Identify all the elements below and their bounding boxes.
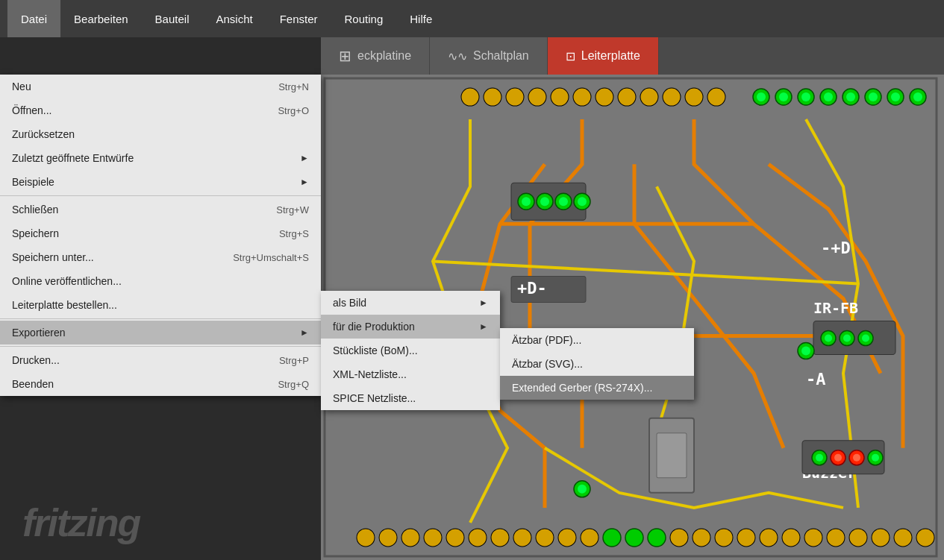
svg-point-65 bbox=[853, 454, 860, 462]
svg-point-75 bbox=[469, 529, 487, 547]
steckplatine-icon: ⊞ bbox=[339, 47, 351, 65]
svg-point-3 bbox=[484, 88, 501, 106]
svg-point-25 bbox=[869, 92, 878, 101]
submenu-arrow-zuletzt: ► bbox=[300, 153, 309, 163]
menu-hilfe[interactable]: Hilfe bbox=[396, 0, 446, 37]
svg-point-41 bbox=[578, 197, 587, 206]
svg-point-39 bbox=[559, 197, 568, 206]
divider-3 bbox=[0, 346, 321, 347]
gerber-submenu: Ätzbar (PDF)... Ätzbar (SVG)... Extended… bbox=[500, 328, 694, 400]
svg-point-19 bbox=[801, 92, 810, 101]
svg-point-37 bbox=[540, 197, 549, 206]
svg-point-7 bbox=[573, 88, 591, 106]
fritzing-logo: fritzing bbox=[22, 500, 140, 545]
menu-datei[interactable]: Datei bbox=[7, 0, 60, 37]
divider-2 bbox=[0, 318, 321, 319]
svg-point-93 bbox=[872, 529, 890, 547]
svg-rect-57 bbox=[657, 433, 687, 478]
menu-item-zuruecksetzen[interactable]: Zurücksetzen bbox=[0, 122, 321, 146]
gerber-aetzbar-pdf[interactable]: Ätzbar (PDF)... bbox=[500, 328, 694, 352]
tab-steckplatine[interactable]: ⊞ eckplatine bbox=[321, 37, 430, 75]
menu-item-beenden[interactable]: Beenden Strg+Q bbox=[0, 372, 321, 396]
svg-point-9 bbox=[618, 88, 636, 106]
svg-text:-A: -A bbox=[806, 370, 825, 388]
svg-point-85 bbox=[693, 529, 710, 547]
svg-point-91 bbox=[827, 529, 845, 547]
svg-point-4 bbox=[506, 88, 524, 106]
menu-routing[interactable]: Routing bbox=[331, 0, 397, 37]
tab-schaltplan[interactable]: ∿∿ Schaltplan bbox=[430, 37, 548, 75]
svg-point-35 bbox=[522, 197, 531, 206]
svg-point-69 bbox=[578, 485, 587, 494]
svg-point-27 bbox=[891, 92, 900, 101]
menu-ansicht[interactable]: Ansicht bbox=[202, 0, 266, 37]
menu-item-neu[interactable]: Neu Strg+N bbox=[0, 75, 321, 98]
menu-fenster[interactable]: Fenster bbox=[266, 0, 331, 37]
submenu-arrow-produktion: ► bbox=[479, 321, 488, 332]
schaltplan-icon: ∿∿ bbox=[448, 49, 467, 63]
svg-point-21 bbox=[824, 92, 833, 101]
export-submenu: als Bild ► für die Produktion ► Stücklis… bbox=[321, 291, 500, 410]
submenu-arrow-bild: ► bbox=[479, 298, 488, 308]
submenu-arrow-export: ► bbox=[300, 327, 309, 338]
svg-point-77 bbox=[513, 529, 531, 547]
tab-leiterplatte[interactable]: ⊡ Leiterplatte bbox=[548, 37, 659, 75]
svg-point-55 bbox=[801, 347, 810, 356]
svg-point-2 bbox=[461, 88, 479, 106]
svg-point-67 bbox=[872, 454, 879, 462]
svg-point-74 bbox=[446, 529, 464, 547]
svg-point-15 bbox=[757, 92, 766, 101]
gerber-aetzbar-svg[interactable]: Ätzbar (SVG)... bbox=[500, 352, 694, 376]
menu-bearbeiten[interactable]: Bearbeiten bbox=[60, 0, 142, 37]
divider-1 bbox=[0, 195, 321, 196]
svg-text:-+D: -+D bbox=[821, 239, 851, 257]
svg-point-10 bbox=[640, 88, 658, 106]
menu-bauteil[interactable]: Bauteil bbox=[142, 0, 203, 37]
export-spice-netzliste[interactable]: SPICE Netzliste... bbox=[321, 386, 500, 410]
export-xml-netzliste[interactable]: XML-Netzliste... bbox=[321, 362, 500, 386]
menu-item-online[interactable]: Online veröffentlichen... bbox=[0, 269, 321, 293]
svg-point-48 bbox=[825, 335, 832, 342]
svg-point-80 bbox=[581, 529, 598, 547]
menu-item-zuletzt[interactable]: Zuletzt geöffnete Entwürfe ► bbox=[0, 146, 321, 170]
menu-item-exportieren[interactable]: Exportieren ► bbox=[0, 321, 321, 345]
main-content: ⊞ eckplatine ∿∿ Schaltplan ⊡ Leiterplatt… bbox=[0, 37, 944, 560]
svg-point-71 bbox=[379, 529, 397, 547]
svg-point-73 bbox=[424, 529, 442, 547]
svg-point-17 bbox=[779, 92, 788, 101]
menu-item-speichern[interactable]: Speichern Strg+S bbox=[0, 221, 321, 245]
svg-point-76 bbox=[491, 529, 509, 547]
svg-point-95 bbox=[916, 529, 934, 547]
svg-point-6 bbox=[551, 88, 569, 106]
svg-point-78 bbox=[536, 529, 554, 547]
svg-text:+D-: +D- bbox=[517, 279, 547, 298]
menu-item-leiterplatte-bestellen[interactable]: Leiterplatte bestellen... bbox=[0, 293, 321, 317]
svg-point-90 bbox=[804, 529, 822, 547]
svg-point-87 bbox=[737, 529, 755, 547]
gerber-extended-gerber[interactable]: Extended Gerber (RS-274X)... bbox=[500, 376, 694, 400]
svg-point-52 bbox=[862, 335, 869, 342]
menu-item-speichern-unter[interactable]: Speichern unter... Strg+Umschalt+S bbox=[0, 245, 321, 269]
svg-point-88 bbox=[760, 529, 778, 547]
export-fuer-produktion[interactable]: für die Produktion ► bbox=[321, 315, 500, 339]
svg-point-63 bbox=[834, 454, 842, 462]
svg-point-11 bbox=[663, 88, 681, 106]
svg-point-79 bbox=[558, 529, 576, 547]
svg-point-81 bbox=[603, 529, 621, 547]
svg-point-13 bbox=[707, 88, 725, 106]
export-als-bild[interactable]: als Bild ► bbox=[321, 291, 500, 315]
svg-point-86 bbox=[715, 529, 733, 547]
menu-item-oeffnen[interactable]: Öffnen... Strg+O bbox=[0, 98, 321, 122]
menu-item-drucken[interactable]: Drucken... Strg+P bbox=[0, 348, 321, 372]
menu-item-beispiele[interactable]: Beispiele ► bbox=[0, 170, 321, 194]
export-stueckliste[interactable]: Stückliste (BoM)... bbox=[321, 339, 500, 362]
submenu-arrow-beispiele: ► bbox=[300, 177, 309, 187]
svg-point-82 bbox=[625, 529, 643, 547]
leiterplatte-icon: ⊡ bbox=[566, 49, 575, 63]
svg-point-92 bbox=[849, 529, 867, 547]
svg-point-83 bbox=[648, 529, 666, 547]
menu-item-schliessen[interactable]: Schließen Strg+W bbox=[0, 198, 321, 221]
svg-point-29 bbox=[913, 92, 922, 101]
svg-point-5 bbox=[528, 88, 546, 106]
svg-point-70 bbox=[357, 529, 375, 547]
